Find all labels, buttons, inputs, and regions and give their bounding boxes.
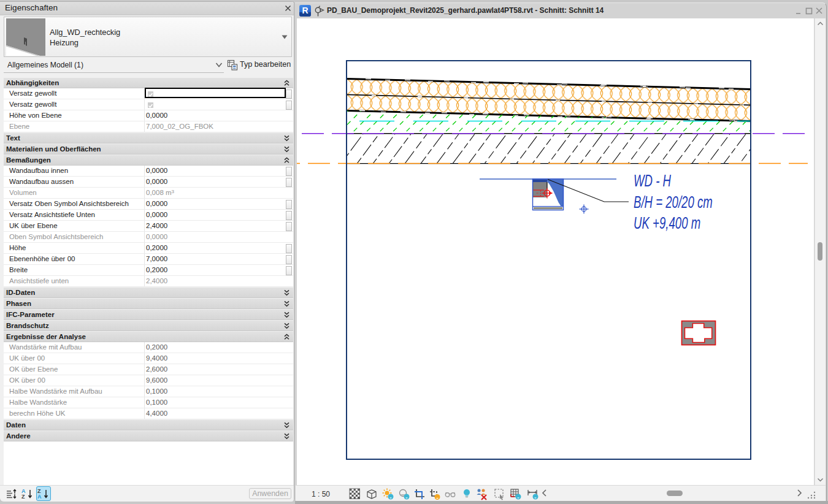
svg-text:Z: Z (21, 494, 25, 500)
svg-text:WD - H: WD - H (634, 170, 672, 190)
svg-text:UK +9,400 m: UK +9,400 m (634, 213, 700, 233)
svg-text:B/H = 20/20 cm: B/H = 20/20 cm (634, 192, 713, 212)
svg-text:A: A (37, 494, 42, 500)
